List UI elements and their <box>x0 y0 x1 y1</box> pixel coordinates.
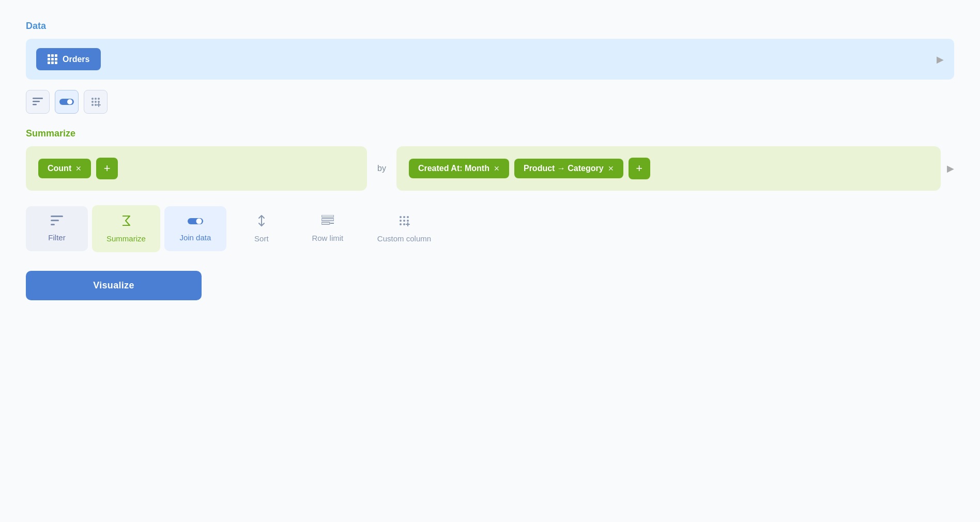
svg-point-12 <box>95 104 97 106</box>
orders-label: Orders <box>63 55 89 64</box>
svg-point-24 <box>400 216 402 218</box>
svg-point-28 <box>403 220 405 222</box>
custom-column-toolbar-button[interactable] <box>84 90 108 114</box>
sort-icon <box>256 214 267 230</box>
sigma-icon <box>120 214 132 230</box>
svg-point-4 <box>67 99 72 104</box>
by-label: by <box>373 164 390 173</box>
svg-rect-22 <box>321 222 330 224</box>
filter-action-icon <box>51 216 63 229</box>
filter-action-label: Filter <box>48 233 65 242</box>
created-at-close-icon[interactable]: ✕ <box>494 164 500 173</box>
data-chevron-right-icon[interactable]: ▶ <box>937 54 944 65</box>
join-data-action-button[interactable]: Join data <box>164 206 226 251</box>
custom-column-action-label: Custom column <box>377 234 431 243</box>
custom-column-action-button[interactable]: Custom column <box>363 205 446 252</box>
summarize-section-title: Summarize <box>26 128 954 139</box>
filter-icon <box>33 98 43 106</box>
filter-toolbar-button[interactable] <box>26 90 50 114</box>
svg-point-6 <box>95 98 97 100</box>
join-action-label: Join data <box>179 233 211 242</box>
data-section-title: Data <box>26 21 954 32</box>
toggle-toolbar-button[interactable] <box>55 90 79 114</box>
summarize-chevron-right-icon[interactable]: ▶ <box>947 163 954 174</box>
created-at-label: Created At: Month <box>418 164 489 173</box>
summarize-groupby-area: Created At: Month ✕ Product → Category ✕… <box>396 146 941 191</box>
count-label: Count <box>48 164 71 173</box>
svg-point-26 <box>407 216 409 218</box>
svg-rect-2 <box>33 104 37 105</box>
svg-point-29 <box>407 220 409 222</box>
actions-row: Filter Summarize Join data Sort <box>26 205 954 252</box>
svg-point-11 <box>91 104 94 106</box>
created-at-month-pill[interactable]: Created At: Month ✕ <box>409 159 509 178</box>
summarize-section: Summarize Count ✕ + by Created At: Month… <box>26 128 954 191</box>
svg-rect-20 <box>321 215 334 217</box>
svg-rect-0 <box>33 98 43 99</box>
svg-point-9 <box>95 101 97 103</box>
svg-rect-15 <box>51 216 63 217</box>
product-category-pill[interactable]: Product → Category ✕ <box>514 159 623 178</box>
product-category-label: Product → Category <box>524 164 604 173</box>
custom-column-icon <box>398 214 410 230</box>
summarize-outer: Count ✕ + by Created At: Month ✕ Product… <box>26 146 954 191</box>
grid-icon <box>48 54 57 64</box>
toolbar-row <box>26 90 954 114</box>
svg-rect-16 <box>51 220 59 221</box>
summarize-action-label: Summarize <box>106 234 146 243</box>
row-limit-action-label: Row limit <box>312 234 343 242</box>
data-row: Orders ▶ <box>26 39 954 80</box>
svg-point-8 <box>91 101 94 103</box>
add-metric-button[interactable]: + <box>96 158 118 179</box>
svg-rect-1 <box>33 101 40 102</box>
add-groupby-button[interactable]: + <box>629 158 650 179</box>
count-close-icon[interactable]: ✕ <box>75 164 82 173</box>
sort-action-button[interactable]: Sort <box>231 205 293 252</box>
join-toggle-icon <box>188 216 203 229</box>
svg-point-30 <box>400 223 402 225</box>
summarize-action-button[interactable]: Summarize <box>92 205 160 252</box>
svg-point-5 <box>91 98 94 100</box>
svg-point-25 <box>403 216 405 218</box>
count-pill[interactable]: Count ✕ <box>38 159 91 178</box>
orders-button[interactable]: Orders <box>36 48 101 70</box>
product-category-close-icon[interactable]: ✕ <box>608 164 614 173</box>
sort-action-label: Sort <box>254 234 269 243</box>
row-limit-action-button[interactable]: Row limit <box>297 206 359 252</box>
data-section: Data Orders ▶ <box>26 21 954 80</box>
summarize-metrics-area: Count ✕ + <box>26 146 367 191</box>
svg-rect-17 <box>51 224 55 225</box>
visualize-button[interactable]: Visualize <box>26 271 202 300</box>
svg-point-27 <box>400 220 402 222</box>
svg-point-19 <box>196 219 202 224</box>
svg-point-10 <box>98 101 100 103</box>
filter-action-button[interactable]: Filter <box>26 206 88 251</box>
row-limit-icon <box>321 215 334 229</box>
dots-grid-icon <box>90 97 101 107</box>
svg-point-7 <box>98 98 100 100</box>
toggle-icon <box>59 98 74 106</box>
svg-point-31 <box>403 223 405 225</box>
svg-rect-21 <box>321 219 334 221</box>
